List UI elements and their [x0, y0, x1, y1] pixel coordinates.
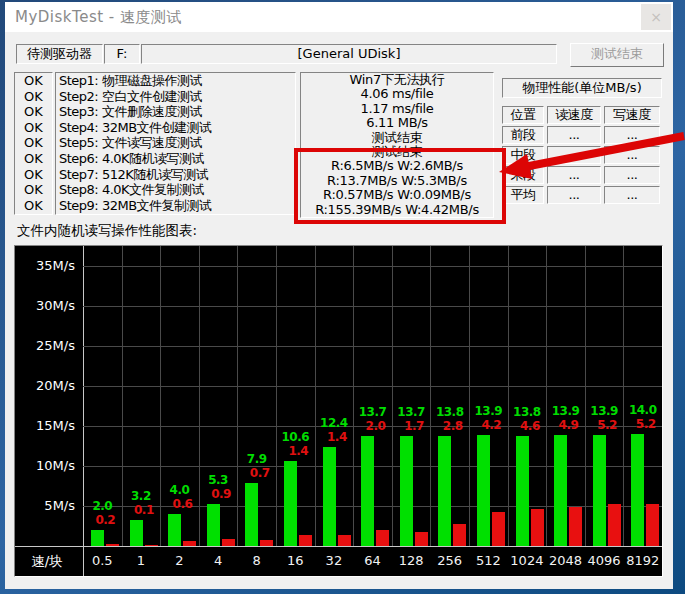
- drive-letter-box[interactable]: F:: [104, 44, 140, 64]
- speed-bar-chart: 速/块 5M/s10M/s15M/s20M/s25M/s30M/s35M/s2.…: [14, 245, 663, 577]
- chart-gridline-h: [83, 346, 662, 347]
- window-title: MyDiskTest - 速度测试: [15, 8, 182, 27]
- chart-y-tick-label: 5M/s: [15, 498, 75, 513]
- perf-write-value: ...: [604, 166, 660, 184]
- chart-x-tick-label: 32: [314, 553, 354, 568]
- write-bar: [492, 512, 505, 546]
- write-bar: [569, 507, 582, 546]
- result-line: 测试结束: [301, 131, 493, 145]
- read-value-label: 4.0: [160, 483, 200, 497]
- chart-gridline-v: [546, 246, 547, 546]
- finish-test-button[interactable]: 测试结束: [570, 43, 664, 67]
- read-value-label: 13.8: [507, 405, 547, 419]
- perf-col-header: 位置: [502, 106, 544, 124]
- step-status: OK: [15, 104, 52, 120]
- write-value-label: 2.0: [356, 419, 396, 433]
- chart-gridline-v: [392, 246, 393, 546]
- write-bar: [145, 545, 158, 546]
- result-line: R:6.5MB/s W:2.6MB/s: [301, 159, 493, 173]
- read-bar: [361, 436, 374, 546]
- perf-col-header: 读速度: [547, 106, 601, 124]
- write-bar: [646, 504, 659, 546]
- result-line: R:13.7MB/s W:5.3MB/s: [301, 174, 493, 188]
- write-value-label: 0.7: [240, 466, 280, 480]
- read-bar: [438, 436, 451, 546]
- chart-gridline-h: [83, 386, 662, 387]
- read-value-label: 2.0: [82, 499, 122, 513]
- result-line: 1.17 ms/file: [301, 102, 493, 116]
- write-bar: [183, 541, 196, 546]
- read-bar: [207, 504, 220, 546]
- performance-title: 物理性能(单位MB/s): [502, 78, 662, 98]
- perf-read-value: ...: [547, 126, 601, 144]
- perf-row-label: 前段: [502, 126, 544, 144]
- step-status: OK: [15, 89, 52, 105]
- step-status: OK: [15, 120, 52, 136]
- read-value-label: 13.9: [468, 404, 508, 418]
- read-value-label: 5.3: [198, 473, 238, 487]
- chart-gridline-v: [276, 246, 277, 546]
- read-bar: [400, 436, 413, 546]
- chart-x-tick-label: 8: [237, 553, 277, 568]
- chart-x-tick-label: 4: [198, 553, 238, 568]
- perf-write-value: ...: [604, 186, 660, 204]
- perf-header-row: 位置读速度写速度: [502, 106, 662, 124]
- chart-x-tick-label: 256: [430, 553, 470, 568]
- chart-x-tick-label: 16: [275, 553, 315, 568]
- read-bar: [516, 436, 529, 546]
- step-status: OK: [15, 151, 52, 167]
- perf-col-header: 写速度: [604, 106, 660, 124]
- read-bar: [593, 435, 606, 546]
- perf-read-value: ...: [547, 146, 601, 164]
- chart-x-tick-label: 4096: [584, 553, 624, 568]
- perf-write-value: ...: [604, 126, 660, 144]
- step-status: OK: [15, 73, 52, 89]
- read-value-label: 13.7: [391, 405, 431, 419]
- perf-read-value: ...: [547, 186, 601, 204]
- write-bar: [338, 535, 351, 546]
- read-value-label: 13.9: [584, 404, 624, 418]
- step-item: Step5: 文件读写速度测试: [56, 135, 295, 151]
- device-name-box[interactable]: [General UDisk]: [141, 44, 557, 64]
- read-bar: [323, 447, 336, 546]
- chart-y-tick-label: 25M/s: [15, 338, 75, 353]
- read-value-label: 13.9: [546, 404, 586, 418]
- results-panel: Win7下无法执行4.06 ms/file1.17 ms/file6.11 MB…: [300, 72, 494, 218]
- ok-list[interactable]: OKOKOKOKOKOKOKOKOK: [14, 72, 53, 215]
- chart-section-label: 文件内随机读写操作性能图表:: [17, 222, 197, 240]
- chart-x-tick-label: 2: [160, 553, 200, 568]
- write-bar: [260, 540, 273, 546]
- write-bar: [299, 535, 312, 546]
- perf-row-label: 末段: [502, 166, 544, 184]
- chart-x-tick-label: 2048: [546, 553, 586, 568]
- step-item: Step6: 4.0K随机读写测试: [56, 151, 295, 167]
- write-value-label: 4.6: [510, 419, 550, 433]
- chart-gridline-v: [237, 246, 238, 546]
- write-bar: [106, 544, 119, 546]
- write-bar: [222, 539, 235, 546]
- chart-x-axis-line: [15, 546, 662, 547]
- step-item: Step3: 文件删除速度测试: [56, 104, 295, 120]
- read-value-label: 14.0: [623, 403, 663, 417]
- write-bar: [608, 504, 621, 546]
- drive-label: 待测驱动器: [16, 44, 103, 64]
- chart-x-tick-label: 0.5: [82, 553, 122, 568]
- step-list[interactable]: Step1: 物理磁盘操作测试Step2: 空白文件创建测试Step3: 文件删…: [55, 72, 296, 215]
- result-line: Win7下无法执行: [301, 73, 493, 87]
- step-status: OK: [15, 135, 52, 151]
- chart-x-tick-label: 128: [391, 553, 431, 568]
- step-status: OK: [15, 167, 52, 183]
- step-status: OK: [15, 198, 52, 214]
- step-item: Step4: 32MB文件创建测试: [56, 120, 295, 136]
- read-value-label: 3.2: [121, 489, 161, 503]
- perf-read-value: ...: [547, 166, 601, 184]
- write-value-label: 1.4: [278, 444, 318, 458]
- title-bar[interactable]: MyDiskTest - 速度测试 ×: [5, 2, 673, 32]
- result-line: 4.06 ms/file: [301, 87, 493, 101]
- perf-row: 平均......: [502, 186, 662, 204]
- chart-gridline-v: [315, 246, 316, 546]
- chart-gridline-h: [83, 306, 662, 307]
- chart-y-tick-label: 35M/s: [15, 258, 75, 273]
- chart-y-tick-label: 15M/s: [15, 418, 75, 433]
- close-button[interactable]: ×: [641, 4, 671, 30]
